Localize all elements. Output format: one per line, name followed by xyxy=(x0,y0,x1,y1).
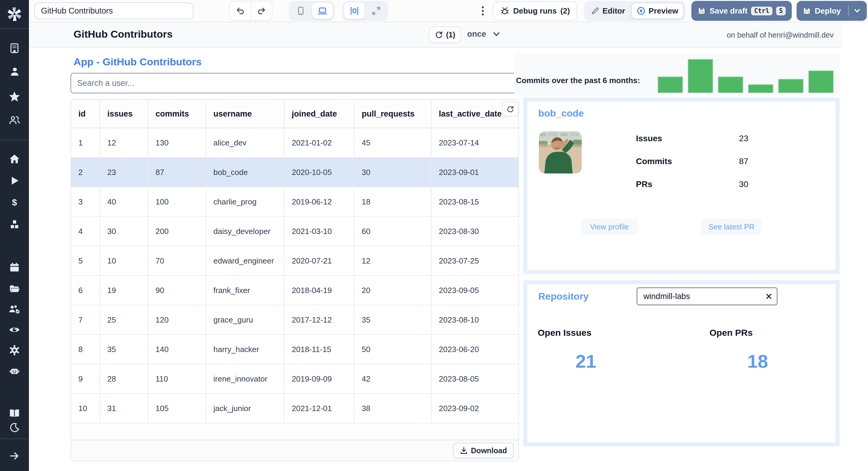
table-cell: charlie_prog xyxy=(206,187,284,216)
table-cell: 110 xyxy=(148,364,206,393)
app-refresh-button[interactable]: (1) xyxy=(429,27,461,43)
gear-icon[interactable] xyxy=(0,344,29,356)
editor-tab[interactable]: Editor xyxy=(586,3,630,19)
column-header: pull_requests xyxy=(354,100,432,128)
table-cell: 2023-06-20 xyxy=(432,335,518,364)
table-cell: 2023-07-14 xyxy=(432,128,518,157)
table-row[interactable]: 22387bob_code2020-10-05302023-09-01 xyxy=(71,158,518,187)
device-toggle-group xyxy=(289,1,335,21)
users-gear-icon[interactable] xyxy=(0,304,29,315)
mobile-view-button[interactable] xyxy=(290,3,311,19)
table-row[interactable]: 928110irene_innovator2019-09-09422023-08… xyxy=(71,364,518,394)
table-cell: 87 xyxy=(148,158,206,187)
table-cell: 70 xyxy=(148,246,206,275)
column-header: joined_date xyxy=(284,100,354,128)
table-cell: irene_innovator xyxy=(206,364,284,393)
table-cell: 2018-04-19 xyxy=(284,276,354,305)
folder-icon[interactable] xyxy=(0,283,29,295)
stat-label: Commits xyxy=(636,157,739,165)
table-cell: 2023-07-25 xyxy=(432,246,518,275)
windmill-logo[interactable] xyxy=(0,0,29,29)
app-name-input[interactable] xyxy=(34,2,193,19)
book-icon[interactable] xyxy=(0,408,29,419)
more-options-kebab[interactable] xyxy=(481,5,484,16)
moon-icon[interactable] xyxy=(0,422,29,433)
play-icon[interactable] xyxy=(0,175,29,186)
users-icon[interactable] xyxy=(0,114,29,126)
deploy-label: Deploy xyxy=(815,6,841,16)
repo-card-title: Repository xyxy=(538,291,589,302)
table-cell: 20 xyxy=(354,276,432,305)
star-icon[interactable] xyxy=(0,91,29,102)
table-cell: 10 xyxy=(71,394,100,423)
view-profile-button[interactable]: View profile xyxy=(581,218,638,235)
stat-row: Commits87 xyxy=(636,157,748,165)
fullscreen-button[interactable] xyxy=(366,3,386,19)
table-cell: 45 xyxy=(354,128,432,157)
bar xyxy=(688,59,713,93)
dollar-icon[interactable]: $ xyxy=(0,197,29,208)
bar xyxy=(748,84,773,93)
open-prs-label: Open PRs xyxy=(710,328,752,338)
robot-icon[interactable] xyxy=(0,366,29,377)
table-cell: 2023-08-10 xyxy=(432,305,518,334)
user-icon[interactable] xyxy=(0,66,29,77)
download-icon xyxy=(460,446,468,455)
deploy-dropdown-chevron[interactable] xyxy=(854,7,861,14)
editor-label: Editor xyxy=(602,6,625,16)
table-row[interactable]: 340100charlie_prog2019-06-12182023-08-15 xyxy=(71,187,518,217)
home-icon[interactable] xyxy=(0,154,29,164)
table-row[interactable]: 112130alice_dev2021-01-02452023-07-14 xyxy=(71,128,518,158)
table-row[interactable]: 835140harry_hacker2018-11-15502023-06-20 xyxy=(71,335,518,364)
table-row[interactable]: 725120grace_guru2017-12-12352023-08-10 xyxy=(71,305,518,335)
table-cell: 2018-11-15 xyxy=(284,335,354,364)
eye-icon[interactable] xyxy=(0,324,29,335)
table-cell: 2021-03-10 xyxy=(284,217,354,246)
see-latest-pr-button[interactable]: See latest PR xyxy=(701,218,762,235)
clear-input-icon[interactable]: ✕ xyxy=(761,291,777,302)
table-row[interactable]: 430200daisy_developer2021-03-10602023-08… xyxy=(71,217,518,246)
center-layout-button[interactable] xyxy=(344,3,365,19)
table-refresh-button[interactable] xyxy=(502,102,518,116)
stat-value: 30 xyxy=(739,179,748,188)
chevron-down-icon xyxy=(492,30,501,38)
deploy-button[interactable]: Deploy xyxy=(797,1,867,21)
desktop-view-button[interactable] xyxy=(312,3,333,19)
schedule-dropdown[interactable]: once xyxy=(467,30,501,39)
table-row[interactable]: 1031105jack_junior2021-12-01382023-09-02 xyxy=(71,394,518,424)
bug-icon xyxy=(500,6,510,16)
download-label: Download xyxy=(471,446,507,455)
debug-runs-button[interactable]: Debug runs (2) xyxy=(493,1,577,21)
building-icon[interactable] xyxy=(0,43,29,54)
column-header: username xyxy=(206,100,284,128)
cubes-icon[interactable] xyxy=(0,219,29,230)
open-issues-label: Open Issues xyxy=(538,328,591,338)
repository-input[interactable] xyxy=(638,292,761,301)
table-header-row: idissuescommitsusernamejoined_datepull_r… xyxy=(71,100,518,128)
calendar-icon[interactable] xyxy=(0,262,29,273)
download-button[interactable]: Download xyxy=(453,443,514,458)
search-input[interactable] xyxy=(70,73,519,93)
redo-button[interactable] xyxy=(251,1,272,20)
save-icon xyxy=(698,7,706,15)
undo-button[interactable] xyxy=(230,1,251,20)
arrow-right-icon[interactable] xyxy=(0,450,29,461)
table-row[interactable]: 61990frank_fixer2018-04-19202023-09-05 xyxy=(71,276,518,305)
table-row[interactable]: 51070edward_engineer2020-07-21122023-07-… xyxy=(71,246,518,276)
windmill-app-window: $ xyxy=(0,0,868,471)
table-cell: 6 xyxy=(71,276,100,305)
table-cell: 42 xyxy=(354,364,432,393)
editor-preview-toggle: Editor Preview xyxy=(584,1,685,21)
table-cell: edward_engineer xyxy=(206,246,284,275)
svg-text:$: $ xyxy=(12,197,17,207)
table-cell: 40 xyxy=(100,187,148,216)
column-header: id xyxy=(71,100,100,128)
table-cell: 2023-09-01 xyxy=(432,158,518,187)
table-cell: 10 xyxy=(100,246,148,275)
schedule-label: once xyxy=(467,30,486,39)
app-canvas-title: App - GitHub Contributors xyxy=(73,56,202,68)
preview-tab[interactable]: Preview xyxy=(631,3,684,19)
column-header: commits xyxy=(148,100,206,128)
table-cell: 2023-09-02 xyxy=(432,394,518,423)
save-draft-button[interactable]: Save draft Ctrl S xyxy=(691,1,792,21)
